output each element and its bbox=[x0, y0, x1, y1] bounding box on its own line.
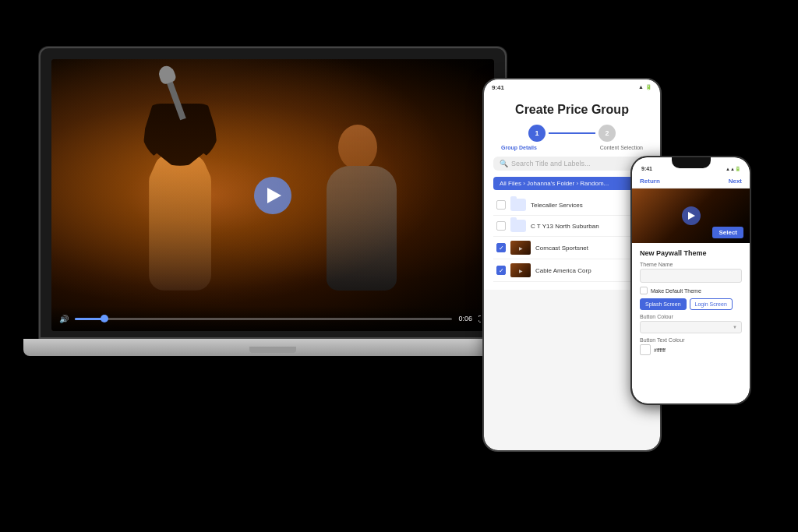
file-item-3[interactable]: Comcast Sportsnet bbox=[493, 237, 651, 259]
phone-next-button[interactable]: Next bbox=[729, 178, 742, 185]
button-colour-dropdown[interactable]: ▼ bbox=[640, 321, 742, 333]
progress-scrubber bbox=[101, 315, 108, 322]
phone-video-action-btn[interactable]: Select bbox=[712, 227, 743, 238]
volume-icon[interactable]: 🔊 bbox=[59, 315, 69, 323]
make-default-row[interactable]: Make Default Theme bbox=[640, 287, 742, 294]
video-time: 0:06 bbox=[458, 315, 472, 322]
search-icon: 🔍 bbox=[500, 160, 508, 167]
login-screen-tab[interactable]: Login Screen bbox=[690, 298, 733, 310]
file-checkbox-1[interactable] bbox=[496, 200, 506, 210]
video-progress-fill bbox=[75, 318, 105, 320]
phone-status-icons: ▲▲🔋 bbox=[726, 166, 740, 171]
singer-body bbox=[149, 150, 211, 291]
make-default-checkbox[interactable] bbox=[640, 287, 648, 294]
tablet-status-bar: 9:41 ▲ 🔋 bbox=[484, 79, 660, 95]
tablet-search-bar[interactable]: 🔍 Search Title and Labels... bbox=[493, 157, 651, 171]
laptop-bezel: 🔊 0:06 ⛶ bbox=[39, 47, 507, 339]
step-1-circle: 1 bbox=[528, 125, 546, 142]
file-item-1[interactable]: Telecaller Services bbox=[493, 195, 651, 216]
video-controls-bar: 🔊 0:06 ⛶ bbox=[51, 306, 494, 331]
video-thumb-3 bbox=[510, 241, 531, 255]
file-checkbox-4[interactable] bbox=[496, 266, 506, 275]
laptop: 🔊 0:06 ⛶ bbox=[39, 47, 522, 374]
phone-paywall-section: New Paywall Theme Theme Name Make Defaul… bbox=[632, 243, 750, 365]
phone-section-title: New Paywall Theme bbox=[640, 249, 742, 257]
step-connector bbox=[549, 132, 595, 134]
phone-notch bbox=[672, 157, 711, 168]
guitarist-figure bbox=[303, 104, 428, 291]
phone-clock: 9:41 bbox=[641, 166, 652, 171]
singer-figure bbox=[118, 88, 274, 291]
concert-video-bg: 🔊 0:06 ⛶ bbox=[51, 59, 494, 331]
make-default-label: Make Default Theme bbox=[651, 288, 701, 294]
phone-video-area: Select bbox=[632, 188, 750, 243]
phone-screen: 9:41 ▲▲🔋 Return Next Select New Paywall … bbox=[632, 157, 750, 403]
theme-name-label: Theme Name bbox=[640, 262, 742, 267]
button-colour-label: Button Colour bbox=[640, 314, 742, 319]
step-indicator: 1 2 bbox=[493, 125, 651, 142]
video-thumb-4 bbox=[510, 263, 531, 277]
laptop-camera-notch bbox=[249, 347, 296, 353]
folder-icon-2 bbox=[510, 220, 526, 232]
tablet-status-icons: ▲ 🔋 bbox=[638, 84, 652, 90]
phone-back-button[interactable]: Return bbox=[640, 178, 660, 185]
phone-play-icon bbox=[688, 212, 695, 220]
button-text-colour-field: #ffffff bbox=[640, 344, 742, 355]
file-item-4[interactable]: Cable America Corp bbox=[493, 259, 651, 282]
guitarist-body bbox=[327, 166, 397, 291]
mic-head bbox=[157, 64, 177, 86]
wifi-icon: ▲ bbox=[638, 84, 644, 90]
step-2-label: Content Selection bbox=[600, 145, 643, 150]
file-checkbox-2[interactable] bbox=[496, 221, 506, 231]
breadcrumb-text: All Files › Johanna's Folder › Random... bbox=[500, 180, 609, 187]
guitarist-head bbox=[338, 125, 377, 170]
phone-header: Return Next bbox=[632, 173, 750, 188]
search-placeholder: Search Title and Labels... bbox=[511, 160, 591, 167]
file-checkbox-3[interactable] bbox=[496, 243, 506, 252]
step-1-label: Group Details bbox=[501, 145, 537, 150]
phone-video-play-button[interactable] bbox=[682, 206, 701, 225]
step-labels: Group Details Content Selection bbox=[493, 145, 651, 150]
battery-icon: 🔋 bbox=[645, 84, 652, 90]
file-item-2[interactable]: C T Y13 North Suburban bbox=[493, 216, 651, 237]
tablet-clock: 9:41 bbox=[492, 84, 504, 91]
button-text-colour-label: Button Text Colour bbox=[640, 337, 742, 343]
step-2-circle: 2 bbox=[598, 125, 616, 142]
splash-screen-tab[interactable]: Splash Screen bbox=[640, 298, 687, 310]
button-text-colour-swatch[interactable] bbox=[640, 344, 651, 355]
tablet-modal-title: Create Price Group bbox=[493, 103, 651, 117]
folder-icon-1 bbox=[510, 199, 526, 211]
video-progress-track[interactable] bbox=[75, 318, 452, 320]
phone-device: 9:41 ▲▲🔋 Return Next Select New Paywall … bbox=[630, 156, 751, 405]
video-play-button[interactable] bbox=[254, 177, 291, 214]
theme-name-input[interactable] bbox=[640, 269, 742, 283]
scene: 🔊 0:06 ⛶ 9:41 bbox=[0, 0, 798, 532]
breadcrumb-bar: All Files › Johanna's Folder › Random... bbox=[493, 177, 651, 190]
dropdown-arrow-icon: ▼ bbox=[733, 325, 737, 329]
screen-type-tabs: Splash Screen Login Screen bbox=[640, 298, 742, 310]
play-icon bbox=[267, 188, 281, 203]
laptop-screen: 🔊 0:06 ⛶ bbox=[51, 59, 494, 331]
button-text-colour-value: #ffffff bbox=[654, 347, 666, 353]
